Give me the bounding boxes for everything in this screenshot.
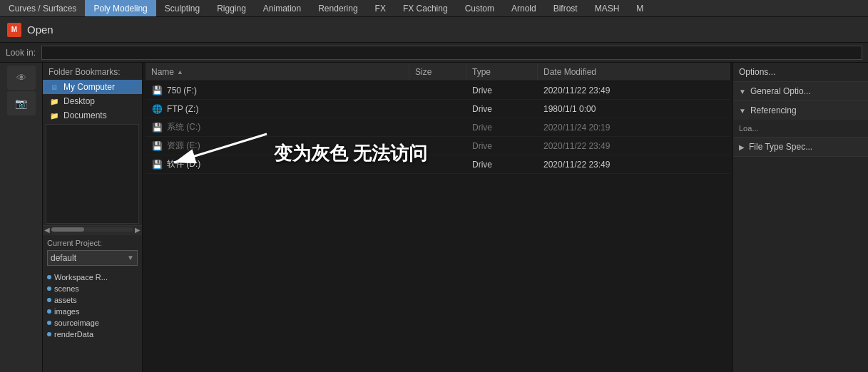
col-header-name[interactable]: Name ▲: [145, 63, 409, 81]
file-date-0: 2020/11/22 23:49: [538, 86, 730, 95]
options-section-filetype-header[interactable]: ▶ File Type Spec...: [733, 138, 868, 156]
menu-item-bifrost[interactable]: Bifrost: [545, 0, 586, 16]
workspace-list: Workspace R... scenes assets images: [43, 269, 142, 373]
col-header-date[interactable]: Date Modified: [538, 63, 730, 81]
file-type-2: Drive: [466, 123, 538, 133]
workspace-label-4: sourceimage: [54, 319, 99, 327]
maya-logo-icon: M: [7, 23, 21, 37]
toolbar-view-icon[interactable]: 👁: [7, 66, 36, 90]
bookmark-label-desktop: Desktop: [63, 96, 95, 106]
bookmarks-panel: Folder Bookmarks: 🖥 My Computer 📁 Deskto…: [43, 63, 143, 372]
look-in-label: Look in:: [6, 48, 36, 58]
options-section-referencing: ▼ Referencing Loa...: [733, 101, 868, 138]
current-project: Current Project: default ▼: [43, 234, 142, 269]
workspace-item-3[interactable]: images: [43, 306, 142, 317]
options-section-general-header[interactable]: ▼ General Optio...: [733, 82, 868, 100]
workspace-label-0: Workspace R...: [54, 273, 108, 281]
workspace-item-0[interactable]: Workspace R...: [43, 272, 142, 283]
bookmark-desktop[interactable]: 📁 Desktop: [43, 94, 142, 108]
triangle-down-icon: ▼: [739, 88, 746, 95]
bullet-icon: [47, 332, 51, 336]
menu-item-arnold[interactable]: Arnold: [503, 0, 545, 16]
bullet-icon: [47, 286, 51, 291]
menu-item-rigging[interactable]: Rigging: [208, 0, 255, 16]
file-row-3[interactable]: 💾 资源 (E:) Drive 2020/11/22 23:49: [145, 137, 730, 155]
bullet-icon: [47, 321, 51, 325]
menu-item-curves-surfaces[interactable]: Curves / Surfaces: [0, 0, 85, 16]
workspace-label-2: assets: [54, 296, 77, 304]
workspace-item-5[interactable]: renderData: [43, 329, 142, 340]
project-select[interactable]: default ▼: [47, 250, 138, 266]
file-type-0: Drive: [466, 86, 538, 95]
file-panel: Name ▲ Size Type Date Modified: [145, 63, 730, 372]
file-name-3: 💾 资源 (E:): [145, 140, 409, 152]
bookmark-my-computer[interactable]: 🖥 My Computer: [43, 80, 142, 94]
chevron-down-icon: ▼: [127, 254, 134, 262]
menu-item-rendering[interactable]: Rendering: [310, 0, 366, 16]
menu-item-m[interactable]: M: [628, 0, 652, 16]
menu-item-fx-caching[interactable]: FX Caching: [394, 0, 456, 16]
menu-item-mash[interactable]: MASH: [586, 0, 628, 16]
menu-item-sculpting[interactable]: Sculpting: [156, 0, 208, 16]
project-select-value: default: [51, 253, 127, 263]
folder-icon-documents: 📁: [48, 111, 60, 120]
sort-asc-icon: ▲: [177, 68, 183, 76]
file-name-0: 💾 750 (F:): [145, 86, 409, 95]
workspace-item-4[interactable]: sourceimage: [43, 317, 142, 329]
file-list[interactable]: 💾 750 (F:) Drive 2020/11/22 23:49 🌐 F: [145, 81, 730, 372]
drive-icon-0: 💾: [151, 86, 163, 95]
file-list-header: Name ▲ Size Type Date Modified: [145, 63, 730, 81]
triangle-down-icon-2: ▼: [739, 107, 746, 115]
maya-toolbar: 👁 📷: [0, 63, 43, 372]
bullet-icon: [47, 275, 51, 279]
file-name-1: 🌐 FTP (Z:): [145, 104, 409, 114]
file-type-3: Drive: [466, 141, 538, 151]
dialog-body: 👁 📷 Folder Bookmarks: 🖥 My Computer 📁 De…: [0, 63, 868, 372]
referencing-label: Referencing: [750, 105, 797, 115]
computer-icon: 🖥: [48, 83, 60, 91]
bookmarks-list-area: [46, 124, 139, 224]
workspace-item-1[interactable]: scenes: [43, 283, 142, 294]
options-section-general: ▼ General Optio...: [733, 82, 868, 101]
workspace-item-2[interactable]: assets: [43, 294, 142, 306]
workspace-label-3: images: [54, 307, 79, 316]
file-row-0[interactable]: 💾 750 (F:) Drive 2020/11/22 23:49: [145, 81, 730, 100]
scrollbar-track[interactable]: [51, 227, 133, 232]
bookmark-label-my-computer: My Computer: [63, 82, 115, 92]
current-project-label: Current Project:: [47, 239, 138, 247]
bookmark-documents[interactable]: 📁 Documents: [43, 108, 142, 123]
look-in-bar: Look in:: [0, 43, 868, 63]
open-dialog: M Open Look in: 👁 📷 Folder Bookmarks: 🖥: [0, 17, 868, 372]
toolbar-cam-icon[interactable]: 📷: [7, 91, 36, 115]
col-header-size[interactable]: Size: [409, 63, 466, 81]
bookmarks-scrollbar[interactable]: ◀ ▶: [43, 225, 142, 234]
folder-icon-desktop: 📁: [48, 97, 60, 105]
menu-item-animation[interactable]: Animation: [255, 0, 310, 16]
menu-item-custom[interactable]: Custom: [456, 0, 503, 16]
drive-icon-2: 💾: [151, 123, 163, 132]
options-section-referencing-header[interactable]: ▼ Referencing: [733, 101, 868, 120]
workspace-label-1: scenes: [54, 284, 79, 293]
menu-item-fx[interactable]: FX: [367, 0, 394, 16]
menubar: Curves / Surfaces Poly Modeling Sculptin…: [0, 0, 868, 17]
file-type-1: Drive: [466, 104, 538, 114]
bullet-icon: [47, 309, 51, 314]
options-panel: Options... ▼ General Optio... ▼ Referenc…: [732, 63, 868, 372]
file-name-2: 💾 系统 (C:): [145, 121, 409, 133]
workspace-label-5: renderData: [54, 330, 93, 339]
dialog-content: Folder Bookmarks: 🖥 My Computer 📁 Deskto…: [43, 63, 868, 372]
col-header-type[interactable]: Type: [466, 63, 538, 81]
bullet-icon: [47, 298, 51, 302]
file-date-2: 2020/11/24 20:19: [538, 123, 730, 133]
menu-item-poly-modeling[interactable]: Poly Modeling: [85, 0, 155, 16]
drive-icon-1: 🌐: [151, 105, 163, 113]
file-row-4[interactable]: 💾 软件 (D:) Drive 2020/11/22 23:49: [145, 155, 730, 174]
bookmark-label-documents: Documents: [63, 110, 107, 120]
general-options-label: General Optio...: [750, 86, 811, 96]
bookmarks-label: Folder Bookmarks:: [43, 63, 142, 80]
drive-icon-4: 💾: [151, 160, 163, 169]
look-in-input[interactable]: [41, 46, 862, 60]
file-row-1[interactable]: 🌐 FTP (Z:) Drive 1980/1/1 0:00: [145, 100, 730, 118]
file-row-2[interactable]: 💾 系统 (C:) Drive 2020/11/24 20:19: [145, 118, 730, 137]
file-type-4: Drive: [466, 160, 538, 170]
